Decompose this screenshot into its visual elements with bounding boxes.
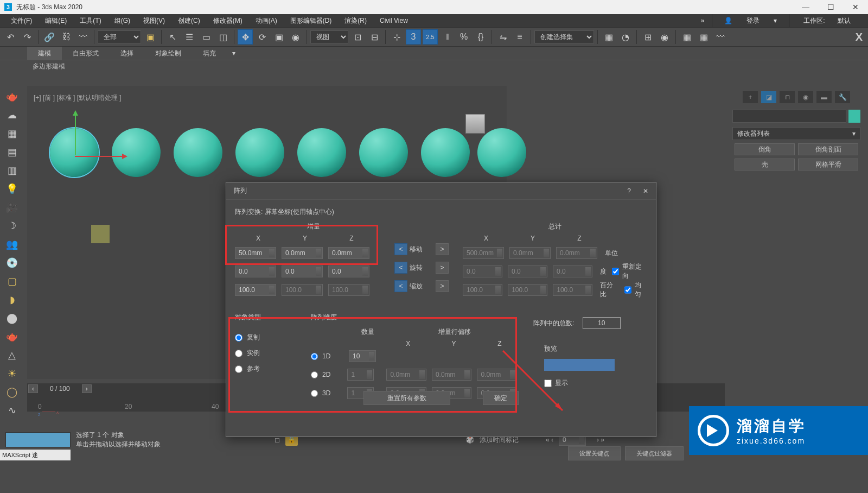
- dialog-help-icon[interactable]: ?: [627, 187, 631, 195]
- filter-select[interactable]: 全部: [98, 30, 141, 43]
- reset-button[interactable]: 重置所有参数: [363, 391, 450, 405]
- modifier-list-dropdown[interactable]: 修改器列表▾: [732, 127, 860, 140]
- gizmo-x-axis[interactable]: [75, 156, 126, 157]
- edit-named-sel-icon[interactable]: {}: [473, 29, 488, 45]
- object-color-swatch[interactable]: [848, 110, 860, 123]
- menu-create[interactable]: 创建(C): [173, 16, 206, 26]
- panel1-icon[interactable]: ▦: [4, 126, 20, 141]
- inc-scale-x[interactable]: 100.0: [235, 284, 276, 296]
- panel3-icon[interactable]: ▥: [4, 163, 20, 178]
- menu-edit[interactable]: 编辑(E): [40, 16, 72, 26]
- sphere-3[interactable]: [174, 128, 222, 177]
- select-icon[interactable]: ▣: [143, 29, 158, 45]
- disc-icon[interactable]: 💿: [4, 255, 20, 270]
- scale-icon[interactable]: ▣: [271, 29, 286, 45]
- viewport-label[interactable]: [+] [前 ] [标准 ] [默认明暗处理 ]: [34, 93, 122, 103]
- window-crossing-icon[interactable]: ◫: [215, 29, 231, 45]
- object-name-input[interactable]: [732, 110, 846, 123]
- ribbon-model[interactable]: 建模: [27, 47, 62, 60]
- snap3d-icon[interactable]: 3: [406, 29, 421, 45]
- named-sel-select[interactable]: 创建选择集: [534, 30, 594, 43]
- menu-modifiers[interactable]: 修改器(M): [208, 16, 248, 26]
- ok-button[interactable]: 确定: [483, 391, 519, 405]
- setkey-button[interactable]: 设置关键点: [568, 446, 621, 460]
- maximize-button[interactable]: ☐: [818, 0, 843, 14]
- arrow-icon[interactable]: »: [695, 17, 710, 24]
- rot-right-arrow[interactable]: >: [436, 262, 449, 274]
- menu-views[interactable]: 视图(V): [138, 16, 170, 26]
- select-name-icon[interactable]: ☰: [182, 29, 197, 45]
- copy-radio[interactable]: [235, 334, 242, 342]
- rect-select-icon[interactable]: ▭: [199, 29, 214, 45]
- menu-group[interactable]: 组(G): [109, 16, 136, 26]
- ribbon-expand-icon[interactable]: ▾: [227, 47, 241, 60]
- light-icon[interactable]: 💡: [4, 181, 20, 197]
- create-tab-icon[interactable]: +: [743, 91, 758, 103]
- sphere-5[interactable]: [297, 128, 346, 177]
- mod-btn-2[interactable]: 倒角剖面: [798, 143, 858, 155]
- motion-tab-icon[interactable]: ◉: [798, 91, 813, 103]
- box-icon[interactable]: ▢: [4, 274, 20, 289]
- move-icon[interactable]: ✥: [238, 29, 253, 45]
- isolate-icon[interactable]: ◻: [275, 436, 280, 444]
- inc-move-x[interactable]: 50.0mm: [235, 247, 276, 259]
- inc-rot-z[interactable]: 0.0: [328, 266, 369, 277]
- mod-btn-3[interactable]: 壳: [735, 159, 795, 170]
- menu-civil[interactable]: Civil View: [374, 17, 413, 24]
- close-panel-icon[interactable]: X: [856, 31, 863, 43]
- keyfilter-button[interactable]: 关键点过滤器: [625, 446, 684, 460]
- mod-btn-1[interactable]: 倒角: [735, 143, 795, 155]
- workspace-selector[interactable]: 工作区: 默认: [792, 16, 863, 26]
- link-icon[interactable]: 🔗: [42, 29, 57, 45]
- circle-icon[interactable]: ◯: [4, 384, 20, 400]
- curve-icon[interactable]: ∿: [4, 403, 20, 418]
- curve-editor-icon[interactable]: ◔: [618, 29, 633, 45]
- align-icon[interactable]: ≡: [512, 29, 527, 45]
- sphere-4[interactable]: [235, 128, 284, 177]
- bind-icon[interactable]: 〰: [75, 29, 91, 45]
- inc-move-z[interactable]: 0.0mm: [328, 247, 369, 259]
- pivot-icon[interactable]: ⊡: [350, 29, 365, 45]
- instance-radio[interactable]: [235, 350, 242, 357]
- render-setup-icon[interactable]: ▦: [679, 29, 694, 45]
- 2d-radio[interactable]: [311, 371, 318, 378]
- mod-btn-4[interactable]: 网格平滑: [798, 159, 858, 170]
- redo-icon[interactable]: ↷: [20, 29, 35, 45]
- unlink-icon[interactable]: ⛓: [59, 29, 74, 45]
- camera-icon[interactable]: 🎥: [4, 200, 20, 215]
- menu-tools[interactable]: 工具(T): [74, 16, 106, 26]
- menu-render[interactable]: 渲染(R): [339, 16, 372, 26]
- moon-icon[interactable]: ☽: [4, 218, 20, 233]
- 1d-radio[interactable]: [311, 353, 318, 360]
- reference-radio[interactable]: [235, 365, 242, 373]
- hierarchy-tab-icon[interactable]: ⊓: [780, 91, 795, 103]
- sun-icon[interactable]: ☀: [4, 366, 20, 381]
- ribbon-fill[interactable]: 填充: [192, 47, 227, 60]
- rot-left-arrow[interactable]: <: [394, 262, 407, 274]
- viewcube[interactable]: [465, 114, 485, 134]
- pivot2-icon[interactable]: ⊟: [367, 29, 382, 45]
- material-icon[interactable]: ◉: [657, 29, 672, 45]
- rotate-icon[interactable]: ⟳: [254, 29, 270, 45]
- scale-right-arrow[interactable]: >: [436, 280, 449, 292]
- cursor-icon[interactable]: ↖: [165, 29, 180, 45]
- show-check[interactable]: [544, 380, 552, 387]
- panel2-icon[interactable]: ▤: [4, 144, 20, 160]
- schematic-icon[interactable]: ⊞: [640, 29, 655, 45]
- gizmo-center[interactable]: [91, 225, 110, 243]
- placement-icon[interactable]: ◉: [288, 29, 303, 45]
- maxscript-listener[interactable]: MAXScript 迷: [0, 450, 71, 460]
- close-button[interactable]: ✕: [843, 0, 868, 14]
- utilities-tab-icon[interactable]: 🔧: [835, 91, 850, 103]
- sphere-7[interactable]: [421, 128, 470, 177]
- scale-left-arrow[interactable]: <: [394, 280, 407, 292]
- render2-icon[interactable]: 〰: [713, 29, 728, 45]
- login-button[interactable]: 👤 登录 ▾: [712, 14, 789, 27]
- dome-icon[interactable]: ◗: [4, 292, 20, 307]
- menu-animation[interactable]: 动画(A): [250, 16, 283, 26]
- percent-snap-icon[interactable]: ⦀: [439, 29, 455, 45]
- timeline-next[interactable]: ›: [82, 384, 92, 393]
- menu-file[interactable]: 文件(F): [5, 16, 37, 26]
- display-tab-icon[interactable]: ▬: [816, 91, 832, 103]
- people-icon[interactable]: 👥: [4, 237, 20, 252]
